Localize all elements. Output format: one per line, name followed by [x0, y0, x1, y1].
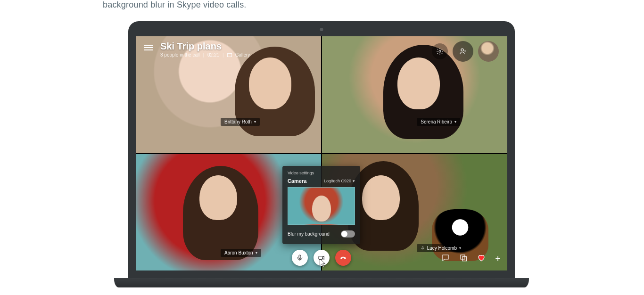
- heart-icon: [477, 254, 486, 262]
- add-user-icon: [459, 47, 467, 56]
- skype-call-screen: Brittany Roth ▾ Serena Ribeiro ▾: [136, 36, 507, 270]
- plus-icon: +: [495, 254, 501, 264]
- video-settings-popover: Video settings Camera Logitech C920 ▾ Bl…: [282, 166, 360, 244]
- participant-name-pill[interactable]: Aaron Buxton ▾: [221, 249, 261, 257]
- participant-name: Aaron Buxton: [224, 250, 253, 255]
- participant-name: Brittany Roth: [224, 119, 252, 124]
- bottom-right-icons: +: [441, 254, 501, 264]
- chat-button[interactable]: [441, 254, 450, 264]
- screenshare-button[interactable]: [459, 254, 468, 264]
- topbar-right-controls: [432, 41, 499, 62]
- participant-name-pill[interactable]: Lucy Holcomb ▾: [417, 244, 465, 252]
- camera-row[interactable]: Camera Logitech C920 ▾: [288, 178, 355, 184]
- chat-icon: [441, 254, 450, 262]
- blur-label: Blur my background: [288, 231, 330, 237]
- svg-rect-4: [462, 257, 467, 261]
- settings-button[interactable]: [432, 43, 448, 59]
- chevron-down-icon: ▾: [459, 246, 461, 250]
- blur-toggle[interactable]: [341, 230, 355, 238]
- gear-icon: [436, 48, 444, 55]
- chevron-down-icon: ▾: [454, 120, 456, 124]
- participant-face: [199, 175, 237, 220]
- video-icon: [318, 254, 325, 262]
- laptop-bezel: Brittany Roth ▾ Serena Ribeiro ▾: [128, 21, 515, 278]
- participant-face: [249, 57, 291, 109]
- mute-button[interactable]: [292, 250, 308, 266]
- react-button[interactable]: [477, 254, 486, 264]
- microphone-icon: [421, 246, 425, 250]
- camera-preview: [288, 187, 355, 225]
- chevron-down-icon: ▾: [353, 179, 355, 183]
- video-button[interactable]: [314, 250, 330, 266]
- svg-rect-2: [319, 256, 322, 260]
- call-controls: [292, 250, 351, 266]
- hangup-icon: [339, 254, 347, 262]
- add-participant-button[interactable]: [453, 41, 473, 62]
- participant-name-pill[interactable]: Brittany Roth ▾: [221, 118, 260, 126]
- hangup-button[interactable]: [335, 250, 351, 266]
- chevron-down-icon: ▾: [254, 120, 256, 124]
- participant-name-pill[interactable]: Serena Ribeiro ▾: [417, 118, 460, 126]
- screenshare-icon: [459, 254, 468, 262]
- laptop-camera-dot: [320, 28, 323, 31]
- svg-point-1: [461, 49, 463, 51]
- svg-rect-3: [461, 255, 465, 259]
- popover-header: Video settings: [288, 171, 355, 175]
- participant-face: [362, 175, 400, 220]
- participant-name: Serena Ribeiro: [421, 119, 452, 124]
- microphone-icon: [296, 254, 304, 262]
- menu-button[interactable]: [144, 45, 153, 50]
- article-text-fragment: background blur in Skype video calls.: [103, 0, 247, 10]
- participant-tile-brittany[interactable]: Brittany Roth ▾: [136, 36, 321, 153]
- self-avatar[interactable]: [478, 41, 499, 62]
- blur-row: Blur my background: [288, 230, 355, 238]
- participant-name: Lucy Holcomb: [427, 246, 457, 251]
- svg-point-0: [439, 50, 441, 52]
- camera-value[interactable]: Logitech C920 ▾: [324, 179, 355, 183]
- laptop-frame: Brittany Roth ▾ Serena Ribeiro ▾: [121, 21, 522, 287]
- chevron-down-icon: ▾: [256, 251, 257, 255]
- participant-face: [397, 57, 440, 109]
- camera-label: Camera: [288, 178, 306, 184]
- laptop-base: [114, 278, 529, 287]
